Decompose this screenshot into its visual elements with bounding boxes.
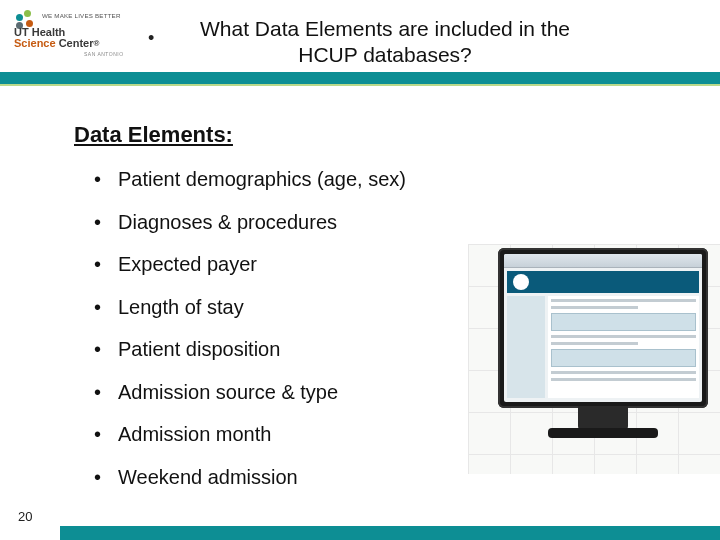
title-line-1: What Data Elements are included in the [200,17,570,40]
monitor-stand [578,406,628,430]
webpage-main [548,296,699,398]
webpage-body [504,293,702,401]
bullet-text: Expected payer [118,253,454,276]
bullet-text: Admission month [118,423,454,446]
monitor-frame [498,248,708,408]
browser-chrome [504,254,702,268]
monitor-illustration [468,244,720,474]
bullet-text: Length of stay [118,296,454,319]
list-item: •Weekend admission [94,466,454,489]
stray-bullet-icon: • [148,28,154,49]
logo-name: UT Health Science Center® [14,27,99,49]
bullet-list: •Patient demographics (age, sex) •Diagno… [94,168,454,508]
monitor-screen [504,254,702,402]
list-item: •Admission source & type [94,381,454,404]
logo-name-rest: Center [56,37,94,49]
list-item: •Admission month [94,423,454,446]
list-item: •Diagnoses & procedures [94,211,454,234]
footer-bar [60,526,720,540]
bullet-text: Weekend admission [118,466,454,489]
webpage-sidebar [507,296,545,398]
webpage-header [507,271,699,293]
list-item: •Expected payer [94,253,454,276]
monitor-base [548,428,658,438]
logo-tagline: WE MAKE LIVES BETTER [42,12,121,19]
title-line-2: HCUP databases? [298,43,472,66]
list-item: •Length of stay [94,296,454,319]
bullet-text: Admission source & type [118,381,454,404]
slide: WE MAKE LIVES BETTER UT Health Science C… [0,0,720,540]
header-divider-bar [0,72,720,84]
page-number: 20 [18,509,32,524]
bullet-text: Diagnoses & procedures [118,211,454,234]
header: WE MAKE LIVES BETTER UT Health Science C… [0,0,720,78]
emblem-icon [513,274,529,290]
bullet-text: Patient demographics (age, sex) [118,168,454,191]
section-heading: Data Elements: [74,122,233,148]
bullet-text: Patient disposition [118,338,454,361]
slide-title: What Data Elements are included in the H… [170,16,600,68]
logo-campus: SAN ANTONIO [84,51,124,57]
list-item: •Patient demographics (age, sex) [94,168,454,191]
list-item: •Patient disposition [94,338,454,361]
logo-name-orange: Science [14,37,56,49]
